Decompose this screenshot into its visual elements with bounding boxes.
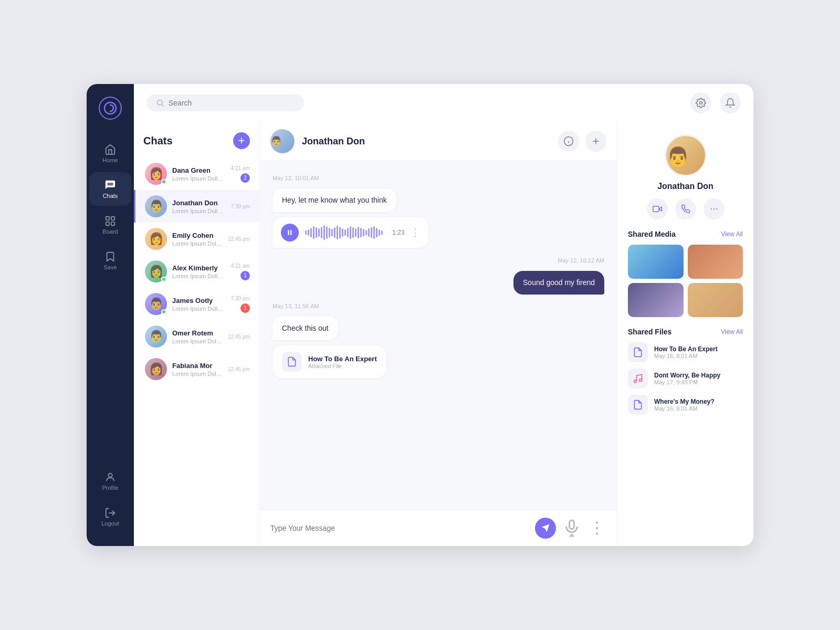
more-options-button[interactable]: [587, 519, 606, 538]
file-list-name-3: Where's My Money?: [654, 398, 715, 405]
chat-time: 7:30 pm: [231, 296, 250, 301]
add-chat-button[interactable]: +: [233, 132, 250, 149]
send-button[interactable]: [535, 518, 556, 539]
message-bubble-check: Check this out: [272, 317, 338, 340]
sidebar-item-home[interactable]: Home: [89, 136, 131, 170]
top-bar-right: [690, 92, 741, 113]
sidebar-label-chats: Chats: [103, 193, 118, 199]
search-box[interactable]: [146, 94, 304, 111]
file-list-icon-2: [628, 369, 648, 388]
shared-media-view-all[interactable]: View All: [721, 230, 743, 238]
mic-button[interactable]: [562, 519, 581, 538]
chat-preview: Lorem Ipsum Dollar Sm...: [172, 371, 223, 377]
file-list-item-3[interactable]: Where's My Money? May 16, 8:01 AM: [628, 395, 743, 415]
chat-meta: 12:45 pm: [228, 366, 250, 372]
chat-item-dana-green[interactable]: 👩 Dana Green Lorem Ipsum Dollar Sm... 4:…: [134, 158, 259, 190]
search-input[interactable]: [169, 99, 295, 107]
avatar-wrap: 👨: [145, 293, 167, 315]
avatar-wrap: 👩: [145, 358, 167, 380]
svg-point-25: [710, 208, 711, 209]
chat-name: Jonathan Don: [172, 199, 226, 207]
chat-preview: Lorem Ipsum Dollar Sm...: [172, 208, 226, 214]
svg-rect-3: [106, 222, 109, 225]
chat-item-omer-rotem[interactable]: 👨 Omer Rotem Lorem Ipsum Dollar Sm... 12…: [134, 320, 259, 353]
app-logo[interactable]: [99, 97, 122, 120]
chat-window-avatar: 👨: [270, 129, 295, 153]
chat-info: James Ootly Lorem Ipsum Dollar Sm...: [172, 297, 226, 312]
bell-icon: [725, 98, 736, 108]
svg-point-29: [639, 379, 642, 382]
chat-name: Dana Green: [172, 166, 226, 174]
more-options-btn[interactable]: [704, 198, 724, 219]
phone-call-button[interactable]: [675, 198, 696, 219]
file-list-icon-3: [628, 395, 648, 415]
chat-info: Jonathan Don Lorem Ipsum Dollar Sm...: [172, 199, 226, 214]
info-button[interactable]: [558, 131, 579, 152]
chat-item-emily-cohen[interactable]: 👩 Emily Cohen Lorem Ipsum Dollar Sm... 1…: [134, 223, 259, 255]
file-icon-box: [282, 352, 302, 372]
phone-icon: [681, 204, 690, 214]
profile-avatar: 👨: [665, 134, 707, 176]
media-grid: [628, 245, 743, 317]
chat-meta: 7:30 pm: [231, 204, 250, 209]
chat-meta: 12:45 pm: [228, 334, 250, 340]
avatar: 👨: [145, 195, 167, 217]
chat-item-jonathan-don[interactable]: 👨 Jonathan Don Lorem Ipsum Dollar Sm... …: [134, 190, 259, 223]
file-name: How To Be An Expert: [308, 355, 377, 363]
message-input-bar: [260, 510, 617, 546]
video-call-button[interactable]: [647, 198, 668, 219]
chat-name: James Ootly: [172, 297, 226, 304]
file-list-date-2: May 17, 9:45 PM: [654, 379, 720, 385]
avatar-wrap: 👩: [145, 228, 167, 250]
profile-actions: [628, 198, 743, 219]
audio-more-button[interactable]: ⋮: [411, 227, 420, 238]
profile-avatar-wrap: 👨: [628, 134, 743, 176]
sidebar-item-profile[interactable]: Profile: [89, 464, 131, 498]
svg-rect-17: [570, 520, 574, 529]
sidebar-item-save[interactable]: Save: [89, 244, 131, 277]
add-button[interactable]: [585, 131, 606, 152]
svg-rect-16: [290, 230, 291, 235]
file-list-name-1: How To Be An Expert: [654, 345, 718, 353]
file-list-info-2: Dont Worry, Be Happy May 17, 9:45 PM: [654, 372, 720, 385]
app-wrapper: Home Chats Board: [87, 84, 753, 546]
avatar-wrap: 👨: [145, 326, 167, 348]
right-panel: 👨 Jonathan Don: [617, 122, 753, 546]
file-list-icon-1: [628, 342, 648, 362]
chat-preview: Lorem Ipsum Dollar Sm...: [172, 240, 223, 247]
sidebar-item-chats[interactable]: Chats: [89, 172, 131, 206]
file-list-item-1[interactable]: How To Be An Expert May 16, 8:01 AM: [628, 342, 743, 362]
chat-item-james-ootly[interactable]: 👨 James Ootly Lorem Ipsum Dollar Sm... 7…: [134, 288, 259, 320]
content-row: Chats + 👩 Dana Green Lorem Ipsum Dollar …: [134, 122, 753, 546]
chat-preview: Lorem Ipsum Dollar Sm...: [172, 306, 226, 312]
chat-item-alex-kimberly[interactable]: 👩 Alex Kimberly Lorem Ipsum Dollar Sm...…: [134, 255, 259, 288]
media-thumb-3[interactable]: [628, 283, 684, 317]
media-thumb-4[interactable]: [688, 283, 743, 317]
chat-item-fabiana-mor[interactable]: 👩 Fabiana Mor Lorem Ipsum Dollar Sm... 1…: [134, 353, 259, 385]
message-input[interactable]: [270, 524, 529, 532]
settings-button[interactable]: [690, 92, 711, 113]
avatar-wrap: 👩: [145, 260, 167, 282]
svg-point-20: [596, 521, 598, 524]
video-icon: [653, 204, 662, 214]
mic-icon: [562, 519, 581, 538]
file-icon-2: [633, 400, 643, 410]
file-list-item-2[interactable]: Dont Worry, Be Happy May 17, 9:45 PM: [628, 369, 743, 388]
audio-message: 1:23 ⋮: [272, 217, 428, 248]
svg-point-28: [634, 380, 637, 383]
gear-icon: [696, 98, 706, 108]
sidebar-item-logout[interactable]: Logout: [89, 500, 131, 533]
play-button[interactable]: [281, 224, 299, 242]
shared-files-view-all[interactable]: View All: [721, 328, 743, 335]
media-thumb-1[interactable]: [628, 245, 684, 279]
chat-time: 4:21 am: [231, 165, 250, 171]
notifications-button[interactable]: [720, 92, 741, 113]
svg-rect-4: [111, 222, 114, 225]
chat-window: 👨 Jonathan Don: [260, 122, 617, 546]
media-thumb-2[interactable]: [688, 245, 743, 279]
online-indicator: [161, 179, 166, 184]
chat-name: Emily Cohen: [172, 232, 223, 239]
file-list-name-2: Dont Worry, Be Happy: [654, 372, 720, 379]
chat-info: Emily Cohen Lorem Ipsum Dollar Sm...: [172, 232, 223, 247]
sidebar-item-board[interactable]: Board: [89, 208, 131, 242]
